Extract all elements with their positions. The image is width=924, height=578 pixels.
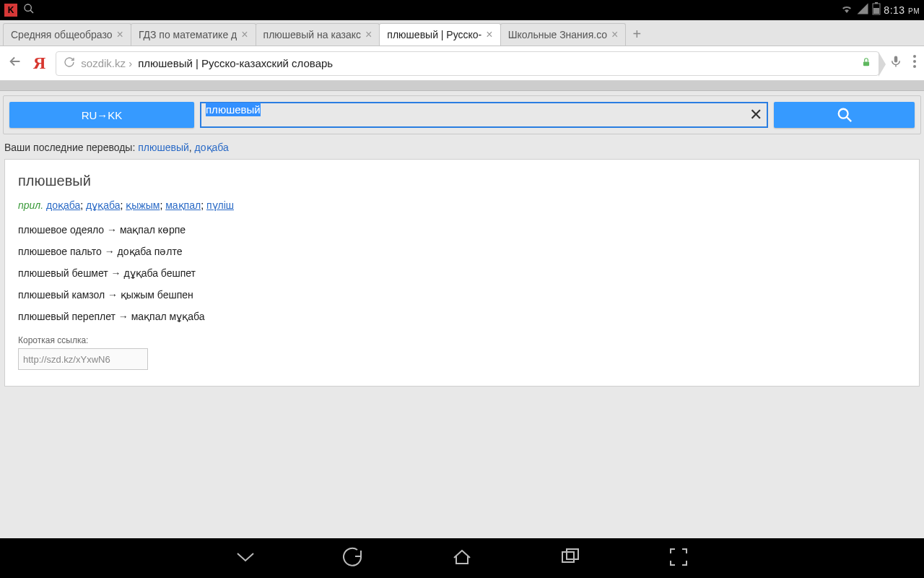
reload-icon[interactable] (64, 56, 75, 71)
dictionary-search-panel: RU→KK плюшевый ✕ (3, 95, 921, 134)
browser-toolbar: Я sozdik.kz › плюшевый | Русско-казахски… (0, 46, 924, 81)
tab-label: Школьные Знания.co (508, 29, 607, 40)
browser-tab[interactable]: плюшевый | Русско-× (379, 23, 500, 46)
browser-tabs: Средняя общеобразо×ГДЗ по математике д×п… (0, 20, 924, 46)
svg-point-8 (913, 60, 916, 63)
close-icon[interactable]: × (611, 28, 618, 41)
svg-point-9 (913, 65, 916, 68)
svg-rect-4 (873, 8, 879, 14)
close-icon[interactable]: × (117, 28, 123, 41)
battery-icon (872, 2, 881, 18)
svg-rect-12 (562, 552, 574, 562)
url-host: sozdik.kz › (81, 57, 132, 69)
mic-icon[interactable] (889, 53, 902, 73)
browser-tab[interactable]: плюшевый на казакс× (256, 23, 380, 46)
shortlink-input[interactable] (18, 348, 148, 370)
svg-line-11 (846, 117, 850, 121)
tab-label: плюшевый на казакс (263, 29, 361, 40)
svg-point-0 (25, 4, 31, 11)
android-nav-bar (0, 538, 924, 578)
example-item: плюшевый переплет → мақпал мұқаба (18, 311, 906, 322)
svg-rect-3 (875, 2, 878, 4)
nav-recent-icon[interactable] (559, 546, 581, 571)
example-item: плюшевый камзол → қыжым бешпен (18, 289, 906, 301)
translations-line: прил. доқаба; дұқаба; қыжым; мақпал; пүл… (18, 199, 906, 211)
nav-home-icon[interactable] (451, 546, 473, 571)
nav-hide-keyboard-icon[interactable] (235, 546, 256, 571)
svg-rect-6 (894, 56, 898, 63)
example-item: плюшевый бешмет → дұқаба бешпет (18, 267, 906, 279)
url-field[interactable]: sozdik.kz › плюшевый | Русско-казахский … (56, 51, 879, 76)
recent-prefix: Ваши последние переводы: (4, 142, 138, 153)
translation-link[interactable]: доқаба (46, 199, 80, 211)
svg-rect-5 (863, 61, 869, 66)
part-of-speech: прил. (18, 199, 43, 211)
translation-link[interactable]: пүліш (206, 199, 234, 211)
tab-label: ГДЗ по математике д (139, 29, 237, 40)
close-icon[interactable]: × (486, 28, 492, 41)
tab-label: Средняя общеобразо (11, 29, 113, 40)
page-content: RU→KK плюшевый ✕ Ваши последние переводы… (0, 81, 924, 538)
svg-rect-13 (567, 549, 578, 559)
translation-link[interactable]: қыжым (126, 199, 160, 211)
browser-tab[interactable]: ГДЗ по математике д× (131, 23, 256, 46)
close-icon[interactable]: × (365, 28, 372, 41)
nav-back-icon[interactable] (343, 546, 365, 571)
example-item: плюшевое пальто → доқаба пәлте (18, 246, 906, 257)
clear-input-icon[interactable]: ✕ (749, 105, 762, 124)
close-icon[interactable]: × (241, 28, 248, 41)
android-status-bar: K 8:13 PM (0, 0, 924, 20)
svg-line-1 (30, 10, 33, 13)
page-header-strip (0, 81, 924, 91)
recent-translations: Ваши последние переводы: плюшевый, доқаб… (0, 134, 924, 159)
back-button[interactable] (7, 53, 23, 74)
translation-link[interactable]: дұқаба (86, 199, 120, 211)
search-icon (837, 107, 853, 123)
status-time: 8:13 PM (884, 4, 920, 16)
term-input[interactable]: плюшевый (200, 102, 768, 128)
shortlink-label: Короткая ссылка: (18, 335, 906, 345)
yandex-logo[interactable]: Я (33, 53, 45, 73)
nav-screenshot-icon[interactable] (668, 546, 689, 571)
kaspersky-icon: K (4, 4, 17, 17)
browser-tab[interactable]: Школьные Знания.co× (500, 23, 627, 46)
wifi-icon (840, 2, 853, 18)
headword: плюшевый (18, 173, 906, 189)
svg-point-7 (913, 55, 916, 58)
lang-direction-button[interactable]: RU→KK (9, 102, 194, 128)
examples-list: плюшевое одеяло → мақпал көрпеплюшевое п… (18, 224, 906, 322)
new-tab-button[interactable]: + (625, 23, 648, 46)
search-button[interactable] (774, 102, 915, 128)
lock-icon (861, 57, 871, 69)
signal-icon (856, 2, 869, 18)
example-item: плюшевое одеяло → мақпал көрпе (18, 224, 906, 236)
url-title: плюшевый | Русско-казахский словарь (138, 57, 333, 69)
entry-card: плюшевый прил. доқаба; дұқаба; қыжым; ма… (4, 159, 920, 387)
menu-icon[interactable] (912, 54, 917, 72)
tab-label: плюшевый | Русско- (387, 29, 481, 40)
recent-link[interactable]: плюшевый (138, 142, 189, 153)
term-input-wrap: плюшевый ✕ (200, 102, 768, 128)
recent-link[interactable]: доқаба (195, 142, 229, 153)
svg-point-10 (838, 109, 847, 118)
browser-tab[interactable]: Средняя общеобразо× (3, 23, 131, 46)
translation-link[interactable]: мақпал (165, 199, 201, 211)
search-icon (23, 3, 35, 18)
